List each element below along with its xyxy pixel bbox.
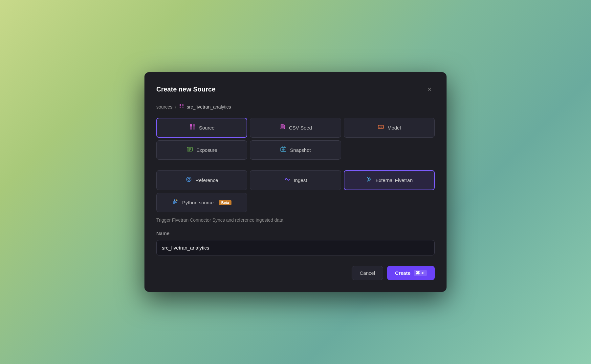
breadcrumb-parent: sources: [156, 104, 172, 110]
name-section: Name: [156, 231, 435, 266]
type-btn-csv-label: CSV Seed: [289, 125, 312, 131]
type-btn-csv-seed[interactable]: CSV Seed: [250, 118, 341, 138]
description-text: Trigger Fivetran Connector Syncs and ref…: [156, 217, 435, 223]
ingest-icon: [284, 176, 291, 184]
breadcrumb: sources / src_fivetran_analytics: [156, 104, 435, 110]
csv-seed-icon: [279, 124, 286, 132]
svg-point-26: [285, 179, 286, 180]
empty-slot: [344, 140, 435, 160]
svg-point-28: [174, 200, 175, 201]
type-btn-reference[interactable]: Reference: [156, 170, 247, 190]
reference-icon: [186, 176, 192, 184]
close-button[interactable]: ×: [424, 84, 435, 94]
type-btn-source-label: Source: [199, 125, 215, 131]
type-grid-row-3: Reference Ingest: [156, 170, 435, 190]
modal: Create new Source × sources / src_fivetr…: [144, 72, 447, 292]
source-icon: [189, 124, 196, 132]
type-btn-external-fivetran[interactable]: External Fivetran: [344, 170, 435, 190]
type-btn-exposure-label: Exposure: [196, 147, 217, 153]
type-btn-reference-label: Reference: [195, 177, 218, 183]
type-btn-python-source[interactable]: Python source Beta: [156, 193, 247, 212]
type-btn-ingest[interactable]: Ingest: [250, 170, 341, 190]
svg-rect-1: [182, 104, 184, 106]
svg-point-29: [176, 203, 176, 204]
snapshot-icon: [280, 146, 287, 154]
type-btn-model-label: Model: [387, 125, 401, 131]
type-btn-source[interactable]: Source: [156, 118, 247, 138]
type-btn-python-label: Python source: [182, 200, 214, 205]
svg-rect-7: [193, 127, 195, 130]
exposure-icon: [186, 146, 193, 154]
breadcrumb-icon: [179, 104, 184, 110]
type-btn-fivetran-label: External Fivetran: [376, 177, 413, 183]
python-icon: [172, 198, 179, 207]
model-icon: </>: [378, 124, 384, 132]
fivetran-icon: [366, 176, 372, 184]
breadcrumb-separator: /: [175, 104, 176, 110]
svg-text:</>: </>: [379, 126, 384, 129]
kbd-enter: ↵: [421, 271, 425, 275]
create-label: Create: [395, 270, 410, 276]
type-btn-exposure[interactable]: Exposure: [156, 140, 247, 160]
type-btn-model[interactable]: </> Model: [344, 118, 435, 138]
create-button[interactable]: Create ⌘ ↵: [387, 266, 435, 280]
svg-point-22: [283, 149, 284, 150]
keyboard-shortcut: ⌘ ↵: [414, 270, 427, 276]
modal-footer: Cancel Create ⌘ ↵: [156, 266, 435, 280]
type-grid-row-1: Source CSV Seed </>: [156, 118, 435, 138]
type-btn-snapshot[interactable]: Snapshot: [250, 140, 341, 160]
svg-rect-3: [182, 107, 184, 108]
kbd-cmd: ⌘: [416, 271, 420, 275]
cancel-button[interactable]: Cancel: [352, 266, 383, 280]
svg-point-19: [282, 147, 283, 148]
svg-point-27: [289, 179, 290, 180]
type-grid-row-4: Python source Beta: [156, 193, 435, 212]
svg-rect-5: [193, 124, 195, 127]
modal-header: Create new Source ×: [156, 84, 435, 94]
beta-badge: Beta: [219, 200, 231, 205]
svg-rect-6: [190, 127, 192, 130]
svg-rect-2: [180, 107, 181, 108]
name-input[interactable]: [156, 240, 435, 255]
svg-point-24: [188, 178, 190, 180]
svg-point-20: [284, 147, 285, 148]
type-grid-divider: [156, 162, 435, 168]
type-btn-ingest-label: Ingest: [294, 177, 307, 183]
svg-rect-9: [281, 124, 284, 126]
name-label: Name: [156, 231, 435, 236]
modal-overlay: Create new Source × sources / src_fivetr…: [0, 0, 591, 364]
modal-title: Create new Source: [156, 86, 215, 93]
svg-rect-0: [180, 104, 181, 106]
svg-rect-4: [190, 124, 192, 127]
type-btn-snapshot-label: Snapshot: [290, 147, 311, 153]
breadcrumb-current: src_fivetran_analytics: [187, 104, 231, 110]
type-grid-row-2: Exposure Snapshot: [156, 140, 435, 160]
